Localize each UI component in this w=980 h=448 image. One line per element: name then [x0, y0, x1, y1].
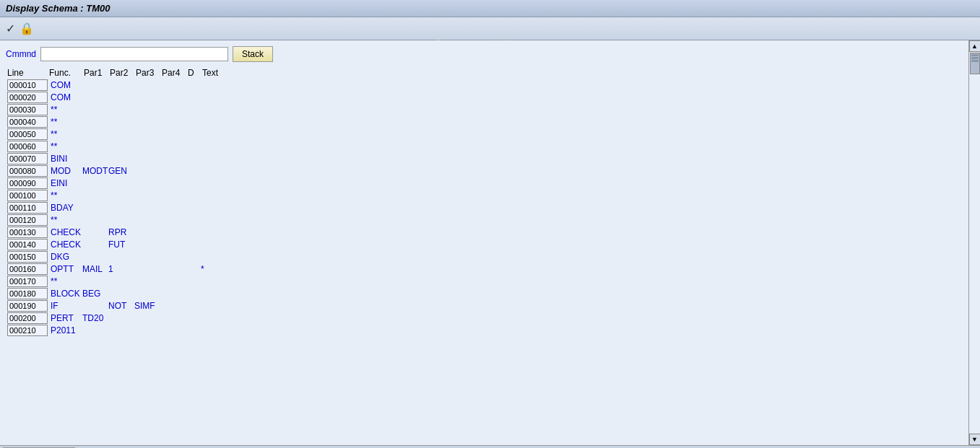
cell-func: CHECK	[49, 227, 81, 237]
cell-func: OPTT	[49, 264, 81, 274]
rows-container: 000010 COM 000020 COM 000030 ** 000040 *…	[6, 79, 963, 336]
cell-par2: RPR	[107, 227, 133, 237]
cell-func: **	[49, 141, 81, 151]
col-header-line: Line	[7, 68, 49, 78]
cell-par2: GEN	[107, 166, 133, 176]
cell-line: 000050	[7, 128, 48, 140]
scrollbar-vertical[interactable]: ▲ ▼	[968, 40, 980, 445]
cell-func: **	[49, 276, 81, 286]
cell-line: 000210	[7, 325, 48, 336]
cell-func: COM	[49, 80, 81, 90]
table-row[interactable]: 000170 **	[6, 276, 963, 287]
cell-line: 000180	[7, 288, 48, 299]
table-row[interactable]: 000200 PERT TD20	[6, 312, 963, 324]
cell-line: 000150	[7, 251, 48, 263]
table-row[interactable]: 000190 IF NOT SIMF	[6, 300, 963, 312]
cell-func: IF	[49, 301, 81, 311]
cell-line: 000170	[7, 276, 48, 287]
col-header-par3: Par3	[136, 68, 162, 78]
table-row[interactable]: 000120 **	[6, 214, 963, 226]
cell-line: 000020	[7, 92, 48, 103]
cell-func: PERT	[49, 313, 81, 323]
cell-par1: TD20	[81, 313, 107, 323]
cell-line: 000130	[7, 227, 48, 238]
col-header-par4: Par4	[162, 68, 188, 78]
cell-line: 000070	[7, 153, 48, 164]
cell-par2: FUT	[107, 240, 133, 250]
cell-line: 000100	[7, 190, 48, 201]
col-header-d: D	[188, 68, 202, 78]
cell-line: 000140	[7, 239, 48, 250]
bottom-bar	[0, 445, 980, 448]
cell-line: 000030	[7, 104, 48, 115]
cell-line: 000040	[7, 116, 48, 128]
main-area: Cmmnd Stack Line Func. Par1 Par2 Par3 Pa…	[0, 40, 980, 445]
table-row[interactable]: 000090 EINI	[6, 177, 963, 189]
column-headers: Line Func. Par1 Par2 Par3 Par4 D Text	[6, 68, 963, 78]
table-row[interactable]: 000180 BLOCK BEG	[6, 288, 963, 299]
col-header-func: Func.	[49, 68, 84, 78]
cell-func: EINI	[49, 178, 81, 188]
cell-func: MOD	[49, 166, 81, 176]
cell-line: 000090	[7, 177, 48, 189]
scroll-down-arrow[interactable]: ▼	[969, 434, 981, 445]
cell-par3: SIMF	[133, 301, 159, 311]
cell-func: BINI	[49, 154, 81, 164]
toolbar: ✓ 🔒 © www.tutorialkart.com	[0, 17, 980, 40]
cell-func: **	[49, 105, 81, 115]
table-row[interactable]: 000050 **	[6, 128, 963, 140]
table-row[interactable]: 000140 CHECK FUT	[6, 239, 963, 250]
table-row[interactable]: 000040 **	[6, 116, 963, 128]
command-bar: Cmmnd Stack	[6, 46, 963, 62]
cell-line: 000010	[7, 79, 48, 91]
cell-par2: 1	[107, 264, 133, 274]
cell-par1: BEG	[81, 289, 107, 299]
cell-func: COM	[49, 92, 81, 102]
cell-func: **	[49, 129, 81, 139]
table-row[interactable]: 000110 BDAY	[6, 202, 963, 214]
table-row[interactable]: 000060 **	[6, 141, 963, 152]
cell-func: **	[49, 117, 81, 127]
cell-func: CHECK	[49, 240, 81, 250]
command-input[interactable]	[40, 47, 228, 61]
scroll-track[interactable]	[969, 52, 981, 434]
cell-line: 000060	[7, 141, 48, 152]
cell-func: **	[49, 215, 81, 225]
lock-icon[interactable]: 🔒	[19, 22, 34, 35]
table-row[interactable]: 000210 P2011	[6, 325, 963, 336]
cell-line: 000200	[7, 312, 48, 324]
command-label: Cmmnd	[6, 49, 36, 59]
content-area: Cmmnd Stack Line Func. Par1 Par2 Par3 Pa…	[0, 40, 968, 445]
table-row[interactable]: 000160 OPTT MAIL 1 *	[6, 263, 963, 275]
cell-text: *	[199, 264, 344, 274]
scroll-thumb[interactable]	[970, 53, 980, 74]
title-bar: Display Schema : TM00	[0, 0, 980, 17]
table-row[interactable]: 000020 COM	[6, 92, 963, 103]
cell-func: BLOCK	[49, 289, 81, 299]
cell-func: DKG	[49, 252, 81, 262]
table-row[interactable]: 000130 CHECK RPR	[6, 227, 963, 238]
table-row[interactable]: 000100 **	[6, 190, 963, 201]
table-row[interactable]: 000150 DKG	[6, 251, 963, 263]
cell-par2: NOT	[107, 301, 133, 311]
col-header-par1: Par1	[84, 68, 110, 78]
cell-par1: MODT	[81, 166, 107, 176]
cell-func: P2011	[49, 325, 81, 335]
cell-line: 000190	[7, 300, 48, 312]
cell-func: BDAY	[49, 203, 81, 213]
cell-func: **	[49, 190, 81, 201]
table-row[interactable]: 000030 **	[6, 104, 963, 115]
table-row[interactable]: 000010 COM	[6, 79, 963, 91]
cell-line: 000160	[7, 263, 48, 275]
stack-button[interactable]: Stack	[233, 46, 273, 62]
page-title: Display Schema : TM00	[6, 3, 110, 14]
col-header-par2: Par2	[110, 68, 136, 78]
col-header-text: Text	[202, 68, 347, 78]
cell-line: 000080	[7, 165, 48, 177]
cell-par1: MAIL	[81, 264, 107, 274]
scroll-up-arrow[interactable]: ▲	[969, 40, 981, 52]
table-row[interactable]: 000070 BINI	[6, 153, 963, 164]
filter-icon[interactable]: ✓	[6, 22, 15, 35]
cell-line: 000110	[7, 202, 48, 214]
table-row[interactable]: 000080 MOD MODT GEN	[6, 165, 963, 177]
